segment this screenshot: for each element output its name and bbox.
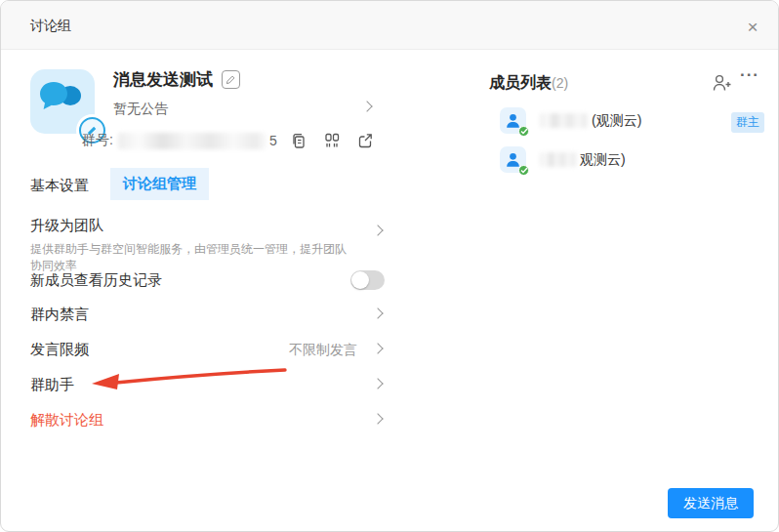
online-check-badge — [518, 126, 529, 137]
member-name-suffix: (观测云) — [592, 112, 641, 130]
history-toggle-off[interactable] — [350, 270, 385, 290]
member-list-header: 成员列表 (2) — [489, 73, 568, 94]
row-label: 升级为团队 — [30, 217, 385, 235]
row-label: 群内禁言 — [30, 306, 385, 324]
member-count: (2) — [552, 75, 568, 91]
announcement-row[interactable]: 暂无公告 — [113, 100, 382, 118]
group-name-row: 消息发送测试 — [113, 68, 240, 91]
row-label: 新成员查看历史记录 — [30, 271, 385, 290]
group-number-label: 群号: — [82, 132, 113, 149]
more-options-icon[interactable]: ··· — [740, 65, 759, 85]
row-dissolve-group[interactable]: 解散讨论组 — [30, 411, 385, 430]
chat-bubbles-icon — [39, 79, 86, 120]
group-avatar[interactable] — [30, 69, 95, 134]
row-description: 提供群助手与群空间智能服务，由管理员统一管理，提升团队协同效率 — [30, 241, 352, 274]
edit-name-icon[interactable] — [222, 70, 240, 89]
send-message-button[interactable]: 发送消息 — [668, 488, 754, 518]
row-value: 不限制发言 — [289, 342, 357, 359]
member-name-redacted — [540, 152, 577, 167]
tab-group-management[interactable]: 讨论组管理 — [110, 168, 209, 200]
member-name-redacted — [540, 113, 589, 128]
group-owner-badge: 群主 — [731, 112, 764, 133]
member-list-title: 成员列表 — [489, 73, 552, 94]
group-number-row: 群号: 5 — [82, 132, 374, 149]
copy-icon[interactable] — [290, 132, 308, 149]
title-bar: 讨论组 × — [1, 1, 778, 50]
share-icon[interactable] — [356, 132, 374, 149]
member-avatar — [500, 146, 526, 173]
online-check-badge — [518, 165, 529, 176]
row-upgrade-to-team[interactable]: 升级为团队 提供群助手与群空间智能服务，由管理员统一管理，提升团队协同效率 — [30, 217, 385, 274]
qr-code-icon[interactable] — [323, 132, 341, 149]
announcement-text: 暂无公告 — [113, 101, 168, 116]
member-row[interactable]: 观测云) — [500, 146, 626, 173]
row-label: 解散讨论组 — [30, 411, 385, 430]
member-avatar — [500, 107, 526, 134]
group-settings-dialog: 讨论组 × 消息发送测试 暂无公告 群号: 5 — [0, 0, 779, 532]
chevron-right-icon — [361, 101, 372, 111]
group-number-redacted — [118, 133, 266, 149]
member-row-owner[interactable]: (观测云) — [500, 107, 641, 134]
close-icon[interactable]: × — [739, 15, 766, 42]
row-speech-frequency[interactable]: 发言限频 不限制发言 — [30, 341, 385, 359]
row-group-mute[interactable]: 群内禁言 — [30, 306, 385, 324]
dialog-title: 讨论组 — [30, 18, 71, 35]
tab-basic-settings[interactable]: 基本设置 — [30, 177, 89, 195]
group-number-digit: 5 — [269, 133, 277, 148]
add-member-icon[interactable] — [711, 72, 732, 94]
row-new-member-history: 新成员查看历史记录 — [30, 271, 385, 290]
member-name-suffix: 观测云) — [580, 151, 626, 169]
row-group-assistant[interactable]: 群助手 — [30, 376, 385, 394]
row-label: 群助手 — [30, 376, 385, 394]
group-name: 消息发送测试 — [113, 68, 213, 91]
